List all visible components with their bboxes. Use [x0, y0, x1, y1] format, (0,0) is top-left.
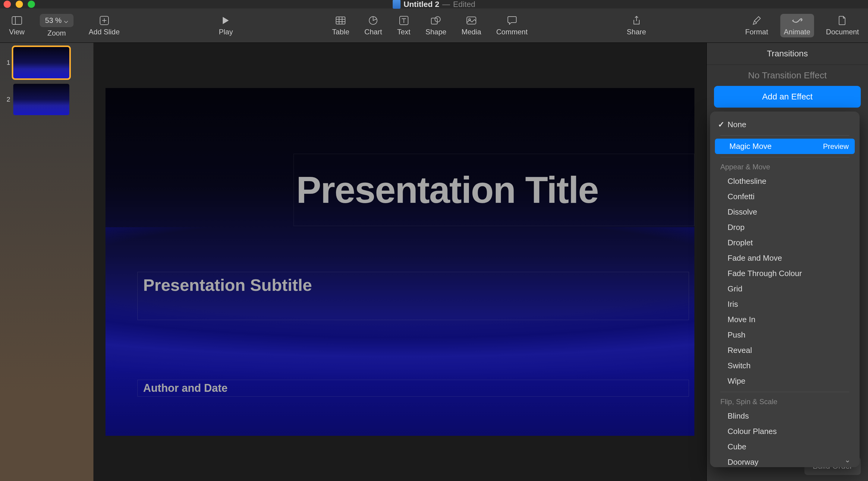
divider [720, 157, 849, 157]
table-label: Table [332, 28, 349, 36]
divider [720, 392, 849, 392]
share-icon [631, 15, 642, 26]
transition-cube[interactable]: Cube [713, 439, 857, 454]
transition-clothesline[interactable]: Clothesline [713, 173, 857, 189]
transition-fade-and-move[interactable]: Fade and Move [713, 251, 857, 266]
view-button[interactable]: View [9, 15, 25, 36]
media-icon [466, 15, 477, 26]
transition-push[interactable]: Push [713, 327, 857, 343]
play-label: Play [219, 28, 233, 36]
preview-label[interactable]: Preview [823, 142, 849, 151]
slide-thumbnail-2[interactable] [13, 84, 69, 115]
add-effect-button[interactable]: Add an Effect [714, 86, 861, 107]
transition-colour-planes[interactable]: Colour Planes [713, 424, 857, 439]
slide-title: Presentation Title [296, 168, 598, 211]
document-button[interactable]: Document [826, 15, 859, 36]
shape-button[interactable]: Shape [426, 15, 446, 36]
comment-icon [507, 15, 518, 26]
window-titlebar: Untitled 2 — Edited [0, 0, 868, 8]
transition-status: No Transition Effect [707, 65, 868, 86]
view-label: View [9, 28, 25, 36]
chart-icon [368, 15, 378, 26]
transitions-dropdown: None Magic Move Preview Appear & Move Cl… [710, 111, 860, 467]
animate-button[interactable]: Animate [780, 14, 814, 37]
document-icon [837, 15, 848, 26]
chevron-down-icon[interactable]: ⌄ [844, 456, 850, 464]
category-appear-move: Appear & Move [713, 160, 857, 173]
toolbar: View 53 % ⌵ Zoom Add Slide Play Table Ch… [0, 8, 868, 43]
transition-grid[interactable]: Grid [713, 281, 857, 296]
shape-icon [430, 15, 441, 26]
nav-slide-1[interactable]: 1 [4, 47, 89, 78]
zoom-value: 53 % [45, 16, 62, 25]
play-icon [220, 15, 231, 26]
slide-number: 1 [4, 59, 10, 67]
slide-navigator: 1 2 [0, 43, 93, 481]
table-button[interactable]: Table [332, 15, 349, 36]
text-button[interactable]: Text [397, 15, 410, 36]
format-button[interactable]: Format [745, 15, 768, 36]
zoom-control[interactable]: 53 % ⌵ Zoom [40, 14, 74, 37]
document-label: Document [826, 28, 859, 36]
text-icon [398, 15, 409, 26]
traffic-lights [4, 1, 35, 8]
slide-subtitle: Presentation Subtitle [143, 275, 683, 295]
comment-button[interactable]: Comment [496, 15, 528, 36]
transition-move-in[interactable]: Move In [713, 312, 857, 327]
title-separator: — [442, 0, 450, 9]
fullscreen-window-button[interactable] [28, 1, 35, 8]
transition-droplet[interactable]: Droplet [713, 235, 857, 251]
author-text-box[interactable]: Author and Date [137, 380, 689, 396]
table-icon [335, 15, 346, 26]
comment-label: Comment [496, 28, 528, 36]
svg-rect-17 [467, 17, 476, 24]
transition-switch[interactable]: Switch [713, 358, 857, 374]
transition-confetti[interactable]: Confetti [713, 189, 857, 204]
animate-icon [792, 15, 803, 26]
animate-label: Animate [784, 28, 810, 36]
transition-blinds[interactable]: Blinds [713, 408, 857, 424]
transition-reveal[interactable]: Reveal [713, 343, 857, 358]
share-button[interactable]: Share [627, 15, 646, 36]
transition-none[interactable]: None [713, 117, 857, 132]
text-label: Text [397, 28, 410, 36]
shape-label: Shape [426, 28, 446, 36]
doc-name: Untitled 2 [404, 0, 439, 9]
svg-rect-0 [12, 17, 22, 24]
slide-thumbnail-1[interactable] [13, 47, 69, 78]
media-button[interactable]: Media [461, 15, 481, 36]
category-flip-spin-scale: Flip, Spin & Scale [713, 395, 857, 408]
title-text-box[interactable]: Presentation Title [293, 154, 694, 226]
transition-iris[interactable]: Iris [713, 296, 857, 312]
nav-slide-2[interactable]: 2 [4, 84, 89, 115]
transition-drop[interactable]: Drop [713, 220, 857, 235]
svg-rect-6 [336, 17, 345, 24]
transition-doorway[interactable]: Doorway [713, 454, 857, 467]
slide-canvas[interactable]: Presentation Title Presentation Subtitle… [93, 43, 707, 481]
transition-magic-move[interactable]: Magic Move Preview [715, 139, 855, 154]
media-label: Media [461, 28, 481, 36]
chart-button[interactable]: Chart [364, 15, 382, 36]
paintbrush-icon [751, 15, 762, 26]
document-title: Untitled 2 — Edited [393, 0, 475, 9]
slide-author: Author and Date [143, 382, 227, 394]
transition-dissolve[interactable]: Dissolve [713, 204, 857, 220]
add-slide-button[interactable]: Add Slide [89, 15, 120, 36]
transition-wipe[interactable]: Wipe [713, 374, 857, 389]
inspector-tab-transitions[interactable]: Transitions [707, 43, 868, 65]
zoom-label: Zoom [47, 29, 66, 37]
minimize-window-button[interactable] [16, 1, 23, 8]
close-window-button[interactable] [4, 1, 11, 8]
edited-indicator: Edited [453, 0, 475, 9]
svg-rect-15 [431, 18, 437, 24]
chevron-down-icon: ⌵ [64, 16, 68, 25]
add-slide-label: Add Slide [89, 28, 120, 36]
subtitle-text-box[interactable]: Presentation Subtitle [137, 272, 689, 320]
divider [720, 135, 849, 136]
play-button[interactable]: Play [219, 15, 233, 36]
sidebar-icon [11, 15, 22, 26]
svg-marker-5 [223, 17, 229, 24]
slide-content: Presentation Title Presentation Subtitle… [105, 88, 694, 436]
format-label: Format [745, 28, 768, 36]
transition-fade-through-colour[interactable]: Fade Through Colour [713, 266, 857, 281]
